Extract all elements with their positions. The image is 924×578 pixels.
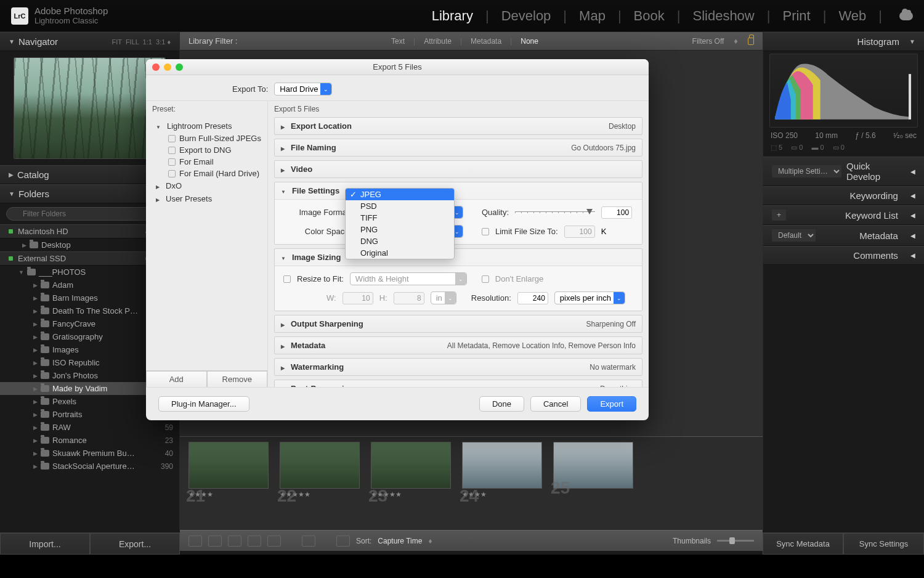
filter-attribute[interactable]: Attribute — [424, 37, 452, 46]
thumb-cell[interactable]: ★★★★★23 — [371, 442, 451, 506]
section-export-location[interactable]: Export LocationDesktop — [275, 118, 642, 134]
preset-item[interactable]: For Email (Hard Drive) — [146, 168, 267, 179]
module-map[interactable]: Map — [579, 8, 606, 24]
resolution-unit-select[interactable]: pixels per inch⌄ — [554, 291, 625, 304]
folder-icon — [41, 372, 49, 379]
filter-none[interactable]: None — [521, 37, 538, 46]
format-option-png[interactable]: PNG — [346, 224, 454, 235]
metadata-preset[interactable]: Default — [772, 229, 816, 242]
dont-enlarge-checkbox[interactable] — [482, 275, 489, 283]
sync-metadata-button[interactable]: Sync Metadata — [763, 533, 843, 555]
app-logo: LrC — [11, 7, 28, 25]
navigator-preview[interactable] — [14, 57, 166, 159]
people-view-icon[interactable] — [267, 535, 281, 547]
size-unit-select[interactable]: in⌄ — [431, 291, 456, 304]
lock-icon[interactable] — [748, 38, 754, 45]
metadata-panel[interactable]: DefaultMetadata ◀ — [763, 225, 924, 246]
filters-off[interactable]: Filters Off — [692, 37, 724, 46]
histogram-display — [769, 54, 918, 128]
preset-add-button[interactable]: Add — [146, 371, 207, 387]
grid-view-icon[interactable] — [188, 535, 202, 547]
quick-develop-preset[interactable]: Multiple Setti… — [772, 165, 841, 177]
sync-settings-button[interactable]: Sync Settings — [843, 533, 924, 555]
keywording-panel[interactable]: Keywording ◀ — [763, 186, 924, 205]
folder-item[interactable]: ▶RAW59 — [0, 421, 179, 434]
section-file-naming[interactable]: File NamingGo Outdoors 75.jpg — [275, 139, 642, 156]
keyword-add-button[interactable]: + — [772, 210, 786, 221]
format-option-original[interactable]: Original — [346, 247, 454, 259]
thumb-cell[interactable]: ★★★★21 — [188, 442, 269, 506]
survey-view-icon[interactable] — [248, 535, 261, 547]
cloud-sync-icon[interactable] — [899, 12, 913, 20]
thumbnail-size-slider[interactable] — [717, 540, 754, 542]
resize-checkbox[interactable] — [283, 275, 291, 283]
preset-group[interactable]: User Presets — [146, 192, 267, 205]
folder-item[interactable]: ▶Skuawk Premium Bu…40 — [0, 447, 179, 460]
preset-group[interactable]: DxO — [146, 179, 267, 192]
painter-icon[interactable] — [302, 535, 315, 547]
zoom-icon[interactable] — [176, 63, 183, 71]
cancel-button[interactable]: Cancel — [530, 396, 581, 412]
module-web[interactable]: Web — [838, 8, 866, 24]
loupe-view-icon[interactable] — [208, 535, 222, 547]
keyword-list-panel[interactable]: +Keyword List ◀ — [763, 205, 924, 225]
section-file-settings[interactable]: File Settings — [275, 182, 642, 199]
sort-direction-icon[interactable] — [336, 535, 350, 547]
section-sharpening[interactable]: Output SharpeningSharpening Off — [275, 315, 642, 332]
filter-text[interactable]: Text — [391, 37, 405, 46]
preset-item[interactable]: Burn Full-Sized JPEGs — [146, 132, 267, 144]
export-confirm-button[interactable]: Export — [587, 396, 636, 412]
preset-group[interactable]: Lightroom Presets — [146, 120, 267, 132]
format-option-psd[interactable]: PSD — [346, 200, 454, 212]
minimize-icon[interactable] — [164, 63, 171, 71]
section-metadata[interactable]: MetadataAll Metadata, Remove Location In… — [275, 337, 642, 354]
section-image-sizing[interactable]: Image Sizing — [275, 249, 642, 266]
nav-mode-1-1[interactable]: 1:1 — [143, 38, 152, 46]
module-slideshow[interactable]: Slideshow — [692, 8, 754, 24]
section-post-processing[interactable]: Post-ProcessingDo nothing — [275, 380, 642, 387]
thumb-cell[interactable]: 25 — [553, 442, 633, 506]
section-video[interactable]: Video — [275, 161, 642, 177]
folder-item[interactable]: ▶Romance23 — [0, 434, 179, 447]
format-option-tiff[interactable]: TIFF — [346, 212, 454, 224]
preset-remove-button[interactable]: Remove — [207, 371, 268, 387]
resize-mode-select[interactable]: Width & Height⌄ — [350, 272, 467, 285]
section-watermarking[interactable]: WatermarkingNo watermark — [275, 359, 642, 375]
plugin-manager-button[interactable]: Plug-in Manager... — [158, 396, 249, 412]
folder-icon — [41, 295, 49, 301]
quick-develop-panel[interactable]: Multiple Setti…Quick Develop ◀ — [763, 157, 924, 186]
import-button[interactable]: Import... — [0, 533, 90, 555]
preset-item[interactable]: Export to DNG — [146, 144, 267, 156]
quality-input[interactable] — [601, 206, 632, 219]
thumb-cell[interactable]: ★★★★24 — [462, 442, 542, 506]
module-library[interactable]: Library — [432, 8, 473, 24]
resolution-input[interactable] — [517, 292, 548, 304]
module-book[interactable]: Book — [634, 8, 665, 24]
export-to-select[interactable]: Hard Drive⌄ — [274, 83, 332, 96]
nav-mode-fill[interactable]: FILL — [126, 38, 139, 46]
folder-item[interactable]: ▶StackSocial Aperture…390 — [0, 460, 179, 473]
preset-item[interactable]: For Email — [146, 156, 267, 168]
image-format-label: Image Format: — [283, 208, 351, 217]
compare-view-icon[interactable] — [228, 535, 241, 547]
quality-slider[interactable] — [515, 211, 595, 214]
sort-value[interactable]: Capture Time — [378, 537, 422, 545]
export-count-label: Export 5 Files — [268, 101, 649, 117]
close-icon[interactable] — [152, 63, 160, 71]
resize-label: Resize to Fit: — [297, 274, 344, 283]
format-option-dng[interactable]: DNG — [346, 235, 454, 247]
comments-panel[interactable]: Comments ◀ — [763, 246, 924, 265]
module-develop[interactable]: Develop — [501, 8, 551, 24]
format-option-jpeg[interactable]: JPEG — [346, 189, 454, 200]
nav-mode-fit[interactable]: FIT — [111, 38, 121, 46]
histogram-header[interactable]: Histogram ▼ — [763, 32, 924, 51]
navigator-header[interactable]: ▼Navigator FIT FILL 1:1 3:1 ♦ — [0, 32, 179, 51]
limit-filesize-checkbox[interactable] — [482, 228, 489, 235]
export-button[interactable]: Export... — [90, 533, 180, 555]
done-button[interactable]: Done — [479, 396, 524, 412]
module-print[interactable]: Print — [782, 8, 810, 24]
nav-mode-3-1[interactable]: 3:1 — [156, 38, 165, 46]
app-name: Adobe Photoshop Lightroom Classic — [34, 6, 108, 25]
thumb-cell[interactable]: ★★★★★22 — [280, 442, 360, 506]
filter-metadata[interactable]: Metadata — [471, 37, 501, 46]
